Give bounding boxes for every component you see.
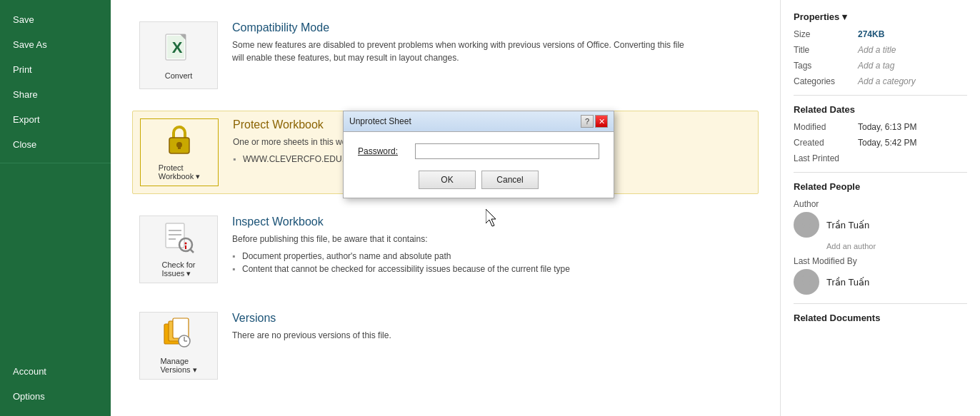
- related-documents-header: Related Documents: [794, 313, 967, 323]
- compatibility-description: Some new features are disabled to preven…: [232, 39, 689, 64]
- main-content: X Convert Compatibility Mode Some new fe…: [111, 0, 780, 416]
- versions-title: Versions: [232, 312, 391, 325]
- manage-versions-icon: [161, 317, 196, 352]
- prop-row-modified: Modified Today, 6:13 PM: [794, 122, 967, 132]
- prop-row-created: Created Today, 5:42 PM: [794, 138, 967, 148]
- sidebar-item-save-as[interactable]: Save As: [0, 32, 111, 57]
- related-people-header: Related People: [794, 181, 967, 192]
- properties-header[interactable]: Properties ▾: [794, 11, 967, 22]
- author-name: Trần Tuấn: [826, 220, 869, 230]
- versions-text: Versions There are no previous versions …: [232, 312, 391, 342]
- prop-label-modified: Modified: [794, 122, 858, 132]
- versions-row: ManageVersions ▾ Versions There are no p…: [132, 305, 759, 387]
- protect-label: ProtectWorkbook ▾: [159, 163, 200, 181]
- inspect-bullet-1: Content that cannot be checked for acces…: [232, 263, 570, 275]
- svg-line-13: [190, 249, 194, 253]
- svg-point-14: [185, 243, 187, 245]
- sidebar-divider: [0, 163, 111, 163]
- prop-value-title[interactable]: Add a title: [858, 45, 896, 55]
- last-modified-section: Last Modified By Trần Tuấn: [794, 256, 967, 295]
- convert-label: Convert: [165, 71, 193, 80]
- compatibility-text: Compatibility Mode Some new features are…: [232, 21, 689, 64]
- convert-button[interactable]: X Convert: [139, 21, 218, 89]
- svg-text:X: X: [172, 39, 183, 56]
- sidebar-item-account[interactable]: Account: [0, 359, 111, 384]
- svg-point-25: [799, 284, 814, 292]
- prop-row-title: Title Add a title: [794, 45, 967, 55]
- unprotect-sheet-dialog: Unprotect Sheet ? ✕ Password: OK Cancel: [343, 111, 614, 198]
- docs-divider: [794, 303, 967, 304]
- author-avatar: [794, 212, 819, 238]
- check-issues-button[interactable]: Check forIssues ▾: [139, 215, 218, 283]
- dialog-body: Password: OK Cancel: [344, 132, 614, 198]
- svg-point-24: [802, 275, 811, 283]
- sidebar-bottom: Account Options: [0, 359, 111, 416]
- add-author-link[interactable]: Add an author: [826, 242, 967, 250]
- prop-label-title: Title: [794, 45, 858, 55]
- protect-icon: [162, 123, 196, 159]
- inspect-description: Before publishing this file, be aware th…: [232, 233, 570, 245]
- check-issues-label: Check forIssues ▾: [161, 260, 195, 278]
- sidebar-item-share[interactable]: Share: [0, 82, 111, 107]
- versions-description: There are no previous versions of this f…: [232, 329, 391, 342]
- dialog-close-button[interactable]: ✕: [595, 115, 608, 128]
- last-modified-label: Last Modified By: [794, 256, 858, 266]
- svg-point-23: [799, 227, 814, 235]
- sidebar-item-export[interactable]: Export: [0, 107, 111, 132]
- prop-label-size: Size: [794, 29, 858, 39]
- prop-label-tags: Tags: [794, 61, 858, 71]
- inspect-row: Check forIssues ▾ Inspect Workbook Befor…: [132, 208, 759, 290]
- prop-label-created: Created: [794, 138, 858, 148]
- prop-row-categories: Categories Add a category: [794, 76, 967, 86]
- password-field-row: Password:: [358, 143, 599, 159]
- dialog-title: Unprotect Sheet: [349, 116, 411, 126]
- svg-rect-7: [178, 145, 181, 149]
- right-panel: Properties ▾ Size 274KB Title Add a titl…: [780, 0, 980, 416]
- sidebar-item-options[interactable]: Options: [0, 384, 111, 409]
- prop-value-created: Today, 5:42 PM: [858, 138, 917, 148]
- convert-icon: X: [161, 31, 196, 67]
- dialog-titlebar: Unprotect Sheet ? ✕: [344, 111, 614, 132]
- prop-row-tags: Tags Add a tag: [794, 61, 967, 71]
- dialog-buttons: OK Cancel: [358, 171, 599, 189]
- related-dates-header: Related Dates: [794, 104, 967, 115]
- inspect-bullets: Document properties, author's name and a…: [232, 250, 570, 275]
- author-label: Author: [794, 199, 858, 209]
- check-issues-icon: [161, 220, 196, 256]
- sidebar-item-save[interactable]: Save: [0, 7, 111, 32]
- dialog-cancel-button[interactable]: Cancel: [481, 171, 539, 189]
- manage-versions-label: ManageVersions ▾: [160, 357, 196, 375]
- prop-row-last-printed: Last Printed: [794, 153, 967, 163]
- prop-value-size: 274KB: [858, 29, 884, 39]
- last-modified-name: Trần Tuấn: [826, 277, 869, 288]
- manage-versions-button[interactable]: ManageVersions ▾: [139, 312, 218, 380]
- svg-point-22: [802, 218, 811, 226]
- compatibility-row: X Convert Compatibility Mode Some new fe…: [132, 14, 759, 96]
- sidebar-item-close[interactable]: Close: [0, 132, 111, 157]
- last-modified-row: Trần Tuấn: [794, 269, 967, 295]
- properties-list: Size 274KB Title Add a title Tags Add a …: [794, 29, 967, 86]
- author-section: Author Trần Tuấn Add an author: [794, 199, 967, 250]
- author-row: Trần Tuấn: [794, 212, 967, 238]
- protect-button[interactable]: ProtectWorkbook ▾: [140, 118, 219, 186]
- dialog-ok-button[interactable]: OK: [419, 171, 476, 189]
- people-divider: [794, 172, 967, 173]
- dates-list: Modified Today, 6:13 PM Created Today, 5…: [794, 122, 967, 163]
- password-label: Password:: [358, 146, 408, 156]
- dates-divider: [794, 95, 967, 96]
- inspect-title: Inspect Workbook: [232, 215, 570, 228]
- last-modified-avatar: [794, 269, 819, 295]
- prop-value-modified: Today, 6:13 PM: [858, 122, 917, 132]
- prop-row-size: Size 274KB: [794, 29, 967, 39]
- sidebar-item-print[interactable]: Print: [0, 57, 111, 82]
- inspect-text: Inspect Workbook Before publishing this …: [232, 215, 570, 275]
- password-input[interactable]: [415, 143, 599, 159]
- compatibility-title: Compatibility Mode: [232, 21, 689, 34]
- inspect-bullet-0: Document properties, author's name and a…: [232, 250, 570, 263]
- prop-value-categories[interactable]: Add a category: [858, 76, 916, 86]
- dialog-controls: ? ✕: [581, 115, 608, 128]
- dialog-help-button[interactable]: ?: [581, 115, 594, 128]
- sidebar: Save Save As Print Share Export Close Ac…: [0, 0, 111, 416]
- prop-value-tags[interactable]: Add a tag: [858, 61, 894, 71]
- prop-label-last-printed: Last Printed: [794, 153, 858, 163]
